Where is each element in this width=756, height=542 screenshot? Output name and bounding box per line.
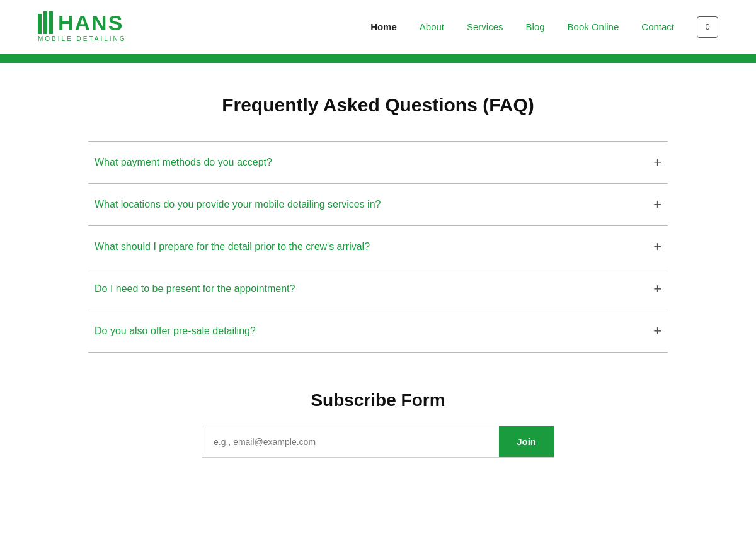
subscribe-title: Subscribe Form — [88, 390, 668, 410]
faq-expand-icon: + — [653, 155, 662, 169]
faq-item[interactable]: Do you also offer pre-sale detailing? + — [88, 310, 668, 353]
faq-expand-icon: + — [653, 198, 662, 212]
green-divider-bar — [0, 54, 756, 63]
faq-question: Do you also offer pre-sale detailing? — [94, 325, 256, 337]
main-content: Frequently Asked Questions (FAQ) What pa… — [63, 63, 693, 483]
faq-expand-icon: + — [653, 282, 662, 296]
nav-about[interactable]: About — [420, 21, 444, 32]
faq-question: What should I prepare for the detail pri… — [94, 241, 370, 252]
cart-count: 0 — [705, 22, 709, 31]
logo-tagline: MOBILE DETAILING — [38, 35, 127, 42]
faq-item[interactable]: What should I prepare for the detail pri… — [88, 225, 668, 268]
faq-item[interactable]: What payment methods do you accept? + — [88, 141, 668, 183]
nav-contact[interactable]: Contact — [641, 21, 674, 32]
nav-services[interactable]: Services — [467, 21, 503, 32]
faq-title: Frequently Asked Questions (FAQ) — [88, 94, 668, 116]
cart-button[interactable]: 0 — [697, 16, 718, 38]
faq-expand-icon: + — [653, 324, 662, 338]
faq-question: What locations do you provide your mobil… — [94, 199, 381, 210]
logo-brand: HANS — [58, 12, 123, 33]
join-button[interactable]: Join — [499, 426, 554, 457]
main-nav: Home About Services Blog Book Online Con… — [370, 16, 718, 38]
email-input[interactable] — [202, 426, 499, 457]
nav-book-online[interactable]: Book Online — [568, 21, 619, 32]
logo[interactable]: HANS MOBILE DETAILING — [38, 11, 127, 42]
nav-home[interactable]: Home — [370, 21, 397, 32]
nav-blog[interactable]: Blog — [526, 21, 545, 32]
subscribe-form: Join — [202, 426, 554, 458]
faq-item[interactable]: Do I need to be present for the appointm… — [88, 268, 668, 310]
faq-item[interactable]: What locations do you provide your mobil… — [88, 183, 668, 225]
faq-section: Frequently Asked Questions (FAQ) What pa… — [88, 94, 668, 353]
site-header: HANS MOBILE DETAILING Home About Service… — [0, 0, 756, 54]
faq-question: Do I need to be present for the appointm… — [94, 283, 295, 295]
subscribe-section: Subscribe Form Join — [88, 390, 668, 458]
faq-list: What payment methods do you accept? + Wh… — [88, 141, 668, 353]
logo-bars-icon — [38, 11, 53, 34]
faq-question: What payment methods do you accept? — [94, 157, 272, 168]
faq-expand-icon: + — [653, 240, 662, 254]
